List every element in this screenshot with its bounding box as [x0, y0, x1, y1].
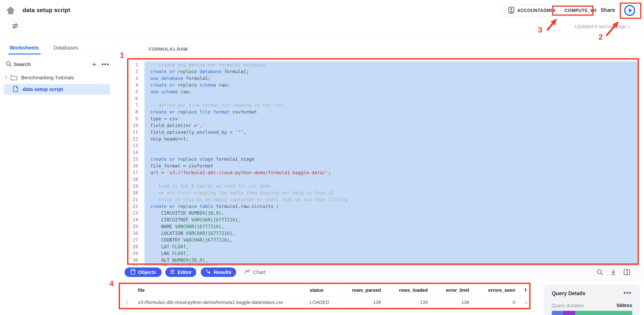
editor-button[interactable]: Editor	[165, 267, 196, 277]
updated-status[interactable]: Updated 8 seconds ago▾	[569, 24, 630, 29]
tabs-divider	[0, 54, 116, 55]
run-button[interactable]	[624, 5, 636, 16]
table-cell: 139	[338, 296, 386, 308]
search-input[interactable]	[14, 59, 84, 69]
sidebar-item-benchmarking-tutorials[interactable]: › Benchmarking Tutorials	[0, 73, 116, 83]
share-button[interactable]: Share	[596, 4, 620, 16]
code-line[interactable]: 24 CIRCUITREF VARCHAR(16777216),	[116, 216, 644, 223]
objects-button[interactable]: Objects	[124, 267, 162, 277]
code-line[interactable]: 14--	[116, 149, 644, 156]
code-line[interactable]: 30 ALT NUMBER(38,0),	[116, 257, 644, 264]
results-table: filestatusrows_parsedrows_loadederror_li…	[120, 284, 539, 308]
code-line[interactable]: 23 CIRCUITID NUMBER(38,0),	[116, 210, 644, 216]
column-header[interactable]: status	[305, 284, 338, 296]
database-schema-selector[interactable]: FORMULA1.RAW	[149, 47, 188, 52]
code-line[interactable]: 16file_format = csvformat	[116, 163, 644, 169]
code-line[interactable]: 13	[116, 142, 644, 149]
folder-label: Benchmarking Tutorials	[21, 75, 74, 81]
code-line[interactable]: 4create or replace schema raw;	[116, 82, 644, 88]
sql-editor[interactable]: 1-- create and define our formula1 datab…	[116, 57, 644, 266]
schema-selector-caret-icon[interactable]: ▾	[184, 48, 186, 52]
code-line[interactable]: 25 NAME VARCHAR(16777216),	[116, 223, 644, 230]
column-header[interactable]: errors_seen	[474, 284, 520, 296]
plus-icon: +	[92, 60, 96, 69]
query-duration-bar	[552, 311, 632, 315]
chevron-right-icon[interactable]: ›	[5, 74, 8, 81]
code-line[interactable]: 22create or replace table formula1.raw.c…	[116, 203, 644, 210]
code-line[interactable]: 10field_delimiter =','	[116, 122, 644, 129]
search-icon	[6, 61, 12, 68]
column-header[interactable]: rows_parsed	[338, 284, 386, 296]
filters-button[interactable]	[9, 21, 21, 32]
results-search-icon[interactable]	[596, 268, 604, 276]
duration-bar-segment	[575, 311, 632, 315]
share-label: Share	[600, 7, 615, 13]
code-line[interactable]: 26 LOCATION VARCHAR(16777216),	[116, 230, 644, 237]
tab-databases[interactable]: Databases	[54, 45, 78, 51]
code-line[interactable]: 9type = csv	[116, 115, 644, 122]
query-duration-label: Query duration	[552, 303, 584, 308]
code-line[interactable]: 3use database formula1;	[116, 75, 644, 82]
worksheet-item-label: data setup script	[22, 86, 63, 92]
column-header[interactable]: rows_loaded	[386, 284, 432, 296]
code-line[interactable]: 27 COUNTRY VARCHAR(16777216),	[116, 237, 644, 243]
context-selector-button[interactable]: ACCOUNTADMIN COMPUTE_WH	[504, 5, 591, 17]
code-line[interactable]: 5use schema raw;	[116, 88, 644, 95]
code-line[interactable]: 28 LAT FLOAT,	[116, 243, 644, 250]
header-divider	[0, 37, 644, 37]
home-icon[interactable]	[6, 7, 15, 15]
return-arrow-icon	[206, 269, 212, 275]
results-label: Results	[214, 269, 232, 275]
table-cell: 139	[432, 296, 474, 308]
sidebar-more-button[interactable]: •••	[101, 60, 110, 69]
column-header[interactable]: error_limit	[432, 284, 474, 296]
column-header[interactable]: f	[520, 284, 539, 296]
worksheet-file-icon	[13, 86, 18, 93]
duration-bar-segment	[552, 311, 563, 315]
code-line[interactable]: 7-- define our file format for reading i…	[116, 102, 644, 109]
worksheet-title[interactable]: data setup script	[22, 7, 70, 14]
table-row[interactable]: 1s3://formula1-dbt-cloud-python-demo/for…	[120, 296, 539, 308]
tab-worksheets[interactable]: Worksheets	[10, 45, 39, 51]
folder-icon	[10, 74, 18, 81]
column-header[interactable]	[120, 284, 133, 296]
sidebar-search-row: + •••	[0, 59, 116, 69]
column-header[interactable]: file	[133, 284, 305, 296]
code-line[interactable]: 19-- load in the 8 tables we need for ou…	[116, 183, 644, 189]
code-line[interactable]: 31 URL VARCHAR(16777216),	[116, 264, 644, 266]
table-cell: LOADED	[305, 296, 338, 308]
code-line[interactable]: 17url = 's3://formula1-dbt-cloud-python-…	[116, 169, 644, 176]
query-details-menu-icon[interactable]: •••	[624, 289, 632, 297]
ellipsis-icon: •••	[102, 61, 109, 68]
download-icon[interactable]	[609, 268, 618, 276]
code-line[interactable]: 29 LNG FLOAT,	[116, 250, 644, 257]
code-line[interactable]: 1-- create and define our formula1 datab…	[116, 62, 644, 68]
sliders-icon	[12, 23, 18, 30]
code-line[interactable]: 20-- we are first creating the table the…	[116, 189, 644, 196]
query-duration-value: 568ms	[616, 302, 632, 308]
table-cell: s3://formula1-dbt-cloud-python-demo/form…	[133, 296, 305, 308]
split-columns-icon[interactable]	[623, 268, 631, 276]
code-line[interactable]: 2create or replace database formula1;	[116, 68, 644, 75]
database-icon	[130, 269, 136, 276]
code-line[interactable]: 8create or replace file format csvformat	[116, 109, 644, 115]
code-line[interactable]: 18	[116, 176, 644, 183]
chart-tab[interactable]: Chart	[244, 267, 266, 277]
query-details-panel: Query Details ••• Query duration 568ms	[544, 285, 640, 315]
table-cell: 1	[120, 296, 133, 308]
code-line[interactable]: 6	[116, 95, 644, 102]
worksheet-title-caret-icon[interactable]: ▾	[68, 9, 70, 14]
results-button[interactable]: Results	[201, 267, 236, 277]
results-header-row: filestatusrows_parsedrows_loadederror_li…	[120, 284, 539, 296]
code-line[interactable]: 12skip_header=1;	[116, 136, 644, 142]
new-worksheet-button[interactable]: +	[90, 60, 99, 69]
code-line[interactable]: 15create or replace stage formula1_stage	[116, 156, 644, 163]
app-window: data setup script ▾ ACCOUNTADMIN COMPUTE…	[0, 0, 644, 315]
table-cell: n	[520, 296, 539, 308]
sidebar-item-data-setup-script[interactable]: data setup script	[4, 84, 110, 95]
code-line[interactable]: 21-- think of this as an empty container…	[116, 196, 644, 203]
warehouse-label: COMPUTE_WH	[564, 8, 598, 13]
updated-caret-icon: ▾	[628, 25, 630, 29]
code-line[interactable]: 11field_optionally_enclosed_by = '"',	[116, 129, 644, 136]
table-cell: 0	[474, 296, 520, 308]
